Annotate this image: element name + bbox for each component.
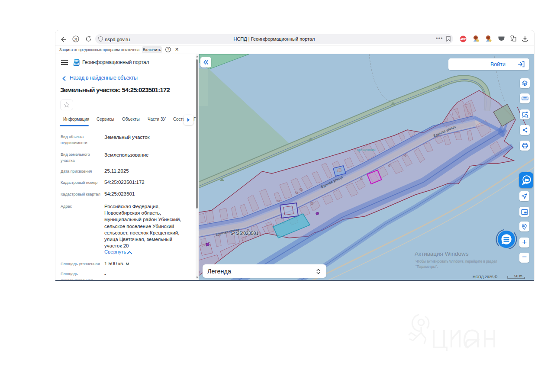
svg-text:Активация Windows: Активация Windows [415, 251, 469, 257]
svg-text:"Параметры".: "Параметры". [416, 265, 438, 269]
svg-text:54:25:023501: 54:25:023501 [231, 231, 258, 236]
svg-text:50 m: 50 m [514, 274, 522, 278]
svg-text:ABP: ABP [460, 38, 466, 41]
svg-text:Крещенский: Крещенский [357, 148, 376, 152]
svg-text:Чтобы активировать Windows, пе: Чтобы активировать Windows, перейдите в … [416, 260, 497, 263]
svg-text:?: ? [167, 48, 169, 52]
svg-text:Я: Я [74, 37, 77, 42]
svg-text:НСПД 2025 ©: НСПД 2025 © [473, 275, 498, 279]
